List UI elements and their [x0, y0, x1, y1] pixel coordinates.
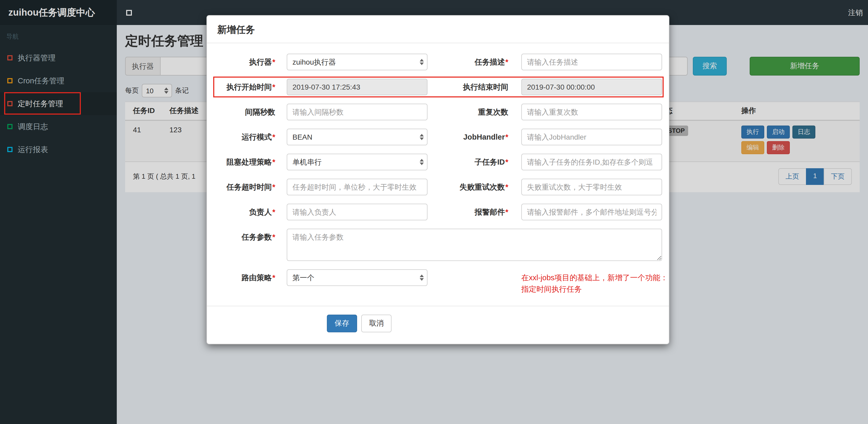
retry-input[interactable] [521, 179, 662, 195]
job-handler-input[interactable] [521, 129, 662, 145]
feature-note-line1: 在xxl-jobs项目的基础上，新增了一个功能： [521, 272, 669, 284]
route-strategy-select[interactable]: 第一个 [287, 269, 428, 286]
modal-footer: 保存 取消 [207, 306, 669, 344]
cancel-button[interactable]: 取消 [361, 315, 392, 332]
alarm-email-input[interactable] [521, 204, 662, 220]
owner-input[interactable] [287, 204, 428, 220]
form-row-datetime: 执行开始时间* 执行结束时间 [207, 79, 669, 95]
owner-label: 负责人* [207, 207, 287, 217]
child-job-input[interactable] [521, 154, 662, 170]
start-time-input[interactable] [287, 79, 428, 95]
modal-header: 新增任务 [207, 15, 669, 43]
retry-label: 失败重试次数* [428, 182, 521, 192]
task-desc-label: 任务描述* [428, 57, 521, 67]
route-strategy-label: 路由策略* [207, 269, 287, 286]
feature-note-line2: 指定时间执行任务 [521, 284, 669, 295]
interval-input[interactable] [287, 104, 428, 120]
child-job-label: 子任务ID* [428, 157, 521, 167]
alarm-email-label: 报警邮件* [428, 207, 521, 217]
run-mode-select-wrap: BEAN [287, 129, 428, 145]
form-row-job-param: 任务参数* [207, 229, 669, 261]
form-row-runmode: 运行模式* BEAN JobHandler* [207, 129, 669, 145]
start-time-label: 执行开始时间* [207, 82, 287, 92]
route-strategy-select-wrap: 第一个 [287, 269, 428, 286]
form-row-block-strategy: 阻塞处理策略* 单机串行 子任务ID* [207, 154, 669, 170]
end-time-input[interactable] [521, 79, 662, 95]
repeat-label: 重复次数 [428, 107, 521, 117]
repeat-input[interactable] [521, 104, 662, 120]
job-handler-label: JobHandler* [428, 133, 521, 141]
run-mode-label: 运行模式* [207, 132, 287, 142]
add-task-modal: 新增任务 执行器* zuihou执行器 任务描述* 执行开始时间* 执行结束时间 [207, 15, 670, 344]
save-button[interactable]: 保存 [327, 315, 357, 332]
form-row-owner: 负责人* 报警邮件* [207, 204, 669, 220]
form-row-executor: 执行器* zuihou执行器 任务描述* [207, 54, 669, 70]
run-mode-select[interactable]: BEAN [287, 129, 428, 145]
timeout-input[interactable] [287, 179, 428, 195]
end-time-label: 执行结束时间 [428, 82, 521, 92]
form-row-interval: 间隔秒数 重复次数 [207, 104, 669, 120]
form-row-timeout: 任务超时时间* 失败重试次数* [207, 179, 669, 195]
block-strategy-select[interactable]: 单机串行 [287, 154, 428, 170]
interval-label: 间隔秒数 [207, 107, 287, 117]
feature-note: 在xxl-jobs项目的基础上，新增了一个功能： 指定时间执行任务 [521, 269, 669, 295]
timeout-label: 任务超时时间* [207, 182, 287, 192]
executor-select[interactable]: zuihou执行器 [287, 54, 428, 70]
modal-title: 新增任务 [217, 25, 255, 35]
executor-label: 执行器* [207, 57, 287, 67]
job-param-label: 任务参数* [207, 229, 287, 245]
block-strategy-select-wrap: 单机串行 [287, 154, 428, 170]
block-strategy-label: 阻塞处理策略* [207, 157, 287, 167]
executor-select-wrap: zuihou执行器 [287, 54, 428, 70]
modal-body: 执行器* zuihou执行器 任务描述* 执行开始时间* 执行结束时间 间隔秒数… [207, 43, 669, 306]
form-row-route-strategy: 路由策略* 第一个 在xxl-jobs项目的基础上，新增了一个功能： 指定时间执… [207, 269, 669, 295]
job-param-textarea[interactable] [287, 229, 662, 261]
app-root: zuihou任务调度中心 注销 导航 执行器管理 Cron任务管理 定时任务管理… [0, 0, 868, 424]
task-desc-input[interactable] [521, 54, 662, 70]
